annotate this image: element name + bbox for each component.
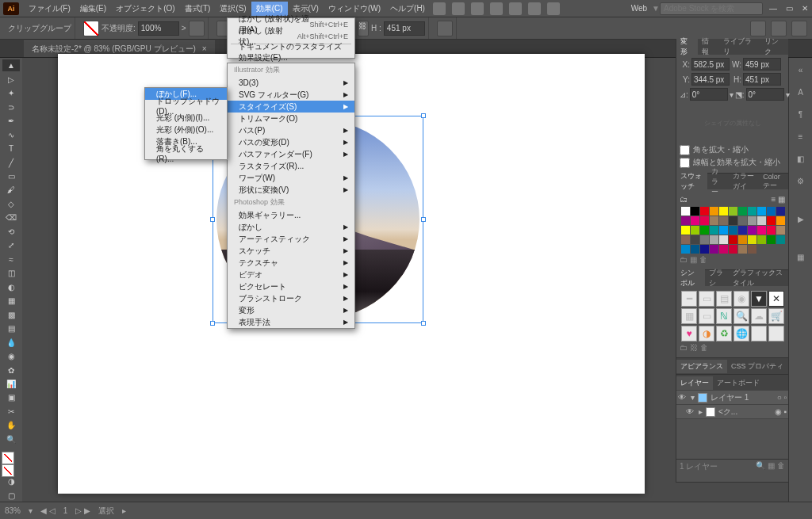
effect-pathfinder[interactable]: パスファインダー(F)▶ [228,148,354,160]
effect-3d[interactable]: 3D(3)▶ [228,77,354,89]
minimize-button[interactable]: — [769,4,777,13]
y-input[interactable] [691,73,730,86]
gradient-tool[interactable]: ▤ [2,322,20,334]
menu-edit[interactable]: 編集(E) [75,2,111,16]
line-tool[interactable]: ╱ [2,156,20,168]
shaper-tool[interactable]: ◇ [2,198,20,210]
tab-appearance[interactable]: アピアランス [676,360,727,373]
dock-align-icon[interactable]: ≡ [792,128,810,145]
effect-warp[interactable]: ワープ(W)▶ [228,172,354,184]
effect-distort-ps[interactable]: 変形▶ [228,304,354,316]
symbol-grid[interactable]: ━▭▤◉▼✕ ▦▭ℕ🔍☁🛒 ♥◑♻🌐 [680,289,785,343]
close-button[interactable]: ✕ [801,4,809,13]
fill-swatch[interactable] [83,21,99,36]
menu-window[interactable]: ウィンドウ(W) [324,2,385,16]
toolbar-icon-5[interactable] [509,2,522,15]
effect-convert-shape[interactable]: 形状に変換(V)▶ [228,184,354,196]
tab-symbols[interactable]: シンボル [676,266,705,290]
free-transform-tool[interactable]: ◫ [2,267,20,279]
selection-tool[interactable]: ▲ [2,59,20,71]
dock-asset-icon[interactable]: ▦ [792,248,810,265]
toolbar-icon-6[interactable] [528,2,541,15]
effect-rasterize[interactable]: ラスタライズ(R)... [228,160,354,172]
raster-settings[interactable]: ドキュメントのラスタライズ効果設定(E)... [228,46,354,58]
curvature-tool[interactable]: ∿ [2,128,20,140]
toolbar-icon-4[interactable] [490,2,503,15]
graph-tool[interactable]: 📊 [2,378,20,390]
dock-character-icon[interactable]: A [792,83,810,101]
effect-path[interactable]: パス(P)▶ [228,124,354,136]
tab-library[interactable]: ライブラリ [719,35,760,59]
x-input[interactable] [691,58,730,71]
dock-expand-icon[interactable]: « [792,61,810,78]
workspace-switcher[interactable]: Web [626,4,652,13]
artboard-tool[interactable]: ▣ [2,391,20,403]
perspective-tool[interactable]: ▦ [2,295,20,307]
toolbar-icon-7[interactable] [547,2,560,15]
tab-brushes[interactable]: ブラシ [705,266,729,290]
color-swatches[interactable] [2,452,21,474]
blend-tool[interactable]: ◉ [2,350,20,362]
visibility-icon[interactable]: 👁 [678,393,688,402]
angle-input[interactable] [690,88,728,101]
effect-texture[interactable]: テクスチャ▶ [228,257,354,269]
link-icon[interactable]: ⛓ [358,21,369,36]
scale-corners-checkbox[interactable] [680,145,690,155]
maximize-button[interactable]: ▭ [785,4,793,13]
dock-paragraph-icon[interactable]: ¶ [792,105,810,123]
stylize-roundcorners[interactable]: 角を丸くする(R)... [145,147,227,159]
visibility-icon[interactable]: 👁 [686,407,695,416]
panel-dock-icon[interactable] [750,21,766,36]
stylize-dropshadow[interactable]: ドロップシャドウ(D)... [145,100,227,112]
shape-builder-tool[interactable]: ◐ [2,281,20,293]
pen-tool[interactable]: ✒ [2,115,20,127]
tab-graphicstyles[interactable]: グラフィックスタイル [729,266,788,290]
rotate-tool[interactable]: ⟲ [2,226,20,238]
tab-colorguide[interactable]: カラーガイ [729,170,760,193]
zoom-tool[interactable]: 🔍 [2,433,20,445]
tab-swatches[interactable]: スウォッチ [676,170,707,193]
scale-tool[interactable]: ⤢ [2,239,20,251]
direct-select-tool[interactable]: ▷ [2,73,20,85]
wand-tool[interactable]: ✦ [2,87,20,99]
zoom-level[interactable]: 83% [5,506,21,515]
style-icon[interactable] [189,21,205,36]
symbol-tool[interactable]: ✿ [2,364,20,376]
eyedropper-tool[interactable]: 💧 [2,336,20,348]
type-tool[interactable]: T [2,143,20,155]
width-tool[interactable]: ≈ [2,254,20,265]
effect-sketch[interactable]: スケッチ▶ [228,245,354,257]
dock-play-icon[interactable]: ▶ [792,210,810,227]
effect-brush[interactable]: ブラシストローク▶ [228,292,354,304]
tab-color[interactable]: カラー [707,165,729,199]
opacity-input[interactable] [138,21,179,36]
shear-input[interactable] [746,88,784,101]
tab-info[interactable]: 情報 [698,35,719,59]
constrain-icon[interactable] [437,21,453,36]
tab-colortheme[interactable]: Color テー [759,171,788,193]
effect-video[interactable]: ビデオ▶ [228,269,354,280]
lasso-tool[interactable]: ⊃ [2,101,20,113]
layer-row[interactable]: 👁 ▾ レイヤー 1 ○ ▫ [676,391,788,405]
tab-artboards[interactable]: アートボード [713,376,764,390]
screen-mode[interactable]: ▢ [2,490,20,502]
effect-svg[interactable]: SVG フィルター(G)▶ [228,89,354,101]
rectangle-tool[interactable]: ▭ [2,170,20,182]
effect-blur-ps[interactable]: ぼかし▶ [228,221,354,233]
effect-trim[interactable]: トリムマーク(O) [228,113,354,124]
scale-strokes-checkbox[interactable] [680,158,690,168]
search-input[interactable] [660,2,763,15]
tab-layers[interactable]: レイヤー [676,376,713,390]
toolbar-icon-1[interactable] [433,2,446,15]
artboard-number[interactable]: 1 [63,506,68,515]
swatch-grid[interactable] [680,205,785,255]
stylize-outerglow[interactable]: 光彩 (外側)(O)... [145,124,227,135]
hand-tool[interactable]: ✋ [2,419,20,431]
arrange-docs-icon[interactable] [771,21,787,36]
h-input[interactable] [743,73,781,86]
menu-type[interactable]: 書式(T) [180,2,216,16]
dock-gear-icon[interactable]: ⚙ [792,172,810,189]
menu-help[interactable]: ヘルプ(H) [385,2,430,16]
effect-artistic[interactable]: アーティスティック▶ [228,233,354,245]
canvas[interactable] [22,58,788,502]
